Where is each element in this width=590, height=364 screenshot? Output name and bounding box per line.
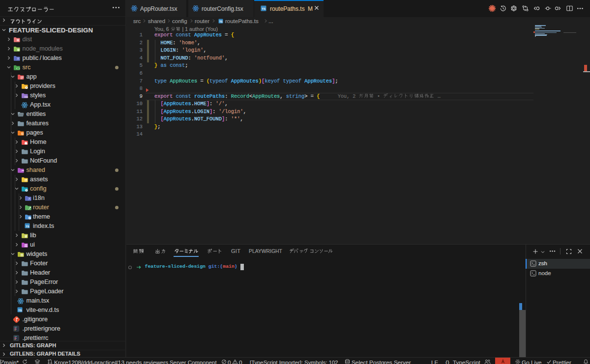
svg-text:TS: TS <box>18 308 22 311</box>
svg-text:TS: TS <box>26 224 29 227</box>
svg-text:css: css <box>24 96 28 98</box>
svg-text:TS: TS <box>262 7 266 10</box>
svg-text:TS: TS <box>219 20 223 23</box>
